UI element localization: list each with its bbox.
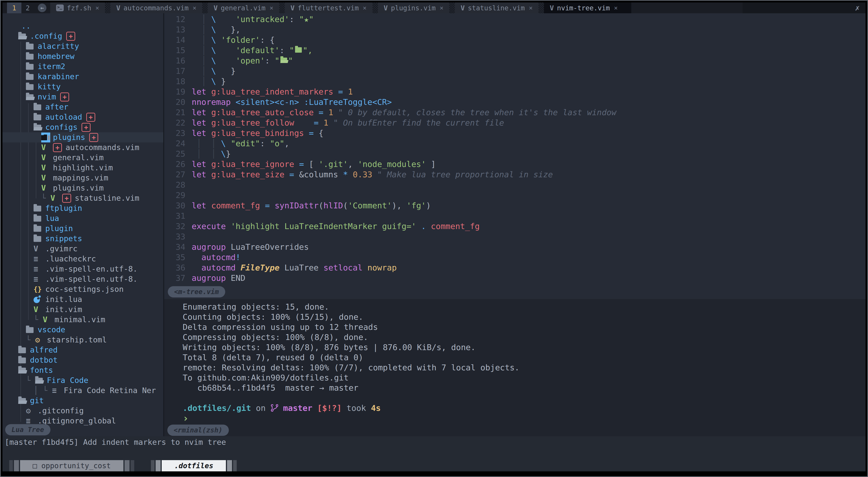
tree-item-plugins[interactable]: plugins+ <box>2 132 163 142</box>
tree-item-lua[interactable]: lua <box>2 213 163 224</box>
line-number: 23 <box>164 128 192 138</box>
tree-item-.gitconfig[interactable]: ⚙.gitconfig <box>2 406 163 416</box>
tabpage-1[interactable]: 1 <box>7 2 21 13</box>
terminal-pane[interactable]: Enumerating objects: 15, done.Counting o… <box>164 299 866 436</box>
tree-item-label: configs <box>45 122 78 132</box>
code-segment <box>323 108 329 117</box>
tree-item-fonts[interactable]: fonts <box>2 365 163 375</box>
tree-item-general.vim[interactable]: Vgeneral.vim <box>2 152 163 163</box>
editor-line[interactable]: 13 │ \ }, <box>164 25 866 35</box>
tab-fluttertest.vim[interactable]: Vfluttertest.vim× <box>285 2 373 13</box>
tree-item-.luacheckrc[interactable]: ≡.luacheckrc <box>2 254 163 264</box>
tab-general.vim[interactable]: Vgeneral.vim× <box>208 2 279 13</box>
editor-line[interactable]: 21let g:lua_tree_auto_close = 1 " 0 by d… <box>164 107 866 118</box>
tree-item-dotbot[interactable]: dotbot <box>2 355 163 365</box>
tree-item-.vim-spell-en.utf-8.[interactable]: ≡.vim-spell-en.utf-8. <box>2 274 163 284</box>
left-arrow-icon: ← <box>38 4 46 12</box>
tab-close-icon[interactable]: × <box>440 4 443 12</box>
tree-item-homebrew[interactable]: homebrew <box>2 51 163 61</box>
editor-line[interactable]: 37augroup END <box>164 273 866 283</box>
editor-line[interactable]: 27let g:lua_tree_size = &columns * 0.33 … <box>164 169 866 180</box>
tree-item-git[interactable]: git <box>2 396 163 406</box>
tree-item-.gvimrc[interactable]: V.gvimrc <box>2 244 163 254</box>
tmux-session-.dotfiles[interactable]: .dotfiles <box>151 460 237 471</box>
tree-item-Fira Code Retina Ner[interactable]: │ └ ≡Fira Code Retina Ner <box>2 385 163 396</box>
editor-line[interactable]: 29 <box>164 190 866 201</box>
tab-close-icon[interactable]: × <box>95 4 99 12</box>
tree-item-starship.toml[interactable]: └ ⚙starship.toml <box>2 335 163 345</box>
prompt-cursor[interactable]: › <box>183 413 866 423</box>
editor-line[interactable]: 23let g:lua_tree_bindings = { <box>164 128 866 138</box>
editor-line[interactable]: 20nnoremap <silent><c-n> :LuaTreeToggle<… <box>164 97 866 107</box>
tree-item-label: .gitconfig <box>38 406 84 416</box>
tree-item-nvim[interactable]: nvim+ <box>2 92 163 102</box>
editor-line[interactable]: 31 <box>164 211 866 221</box>
tabpage-2[interactable]: 2 <box>21 2 34 13</box>
back-circle-button[interactable]: ← <box>34 2 50 13</box>
editor-line[interactable]: 24 │ │ \ "edit": "o", <box>164 138 866 149</box>
editor-line[interactable]: 16 │ \ 'open': "" <box>164 56 866 66</box>
editor-line[interactable]: 17 │ \ } <box>164 66 866 76</box>
code-segment <box>206 118 211 127</box>
tree-item-init.lua[interactable]: init.lua <box>2 294 163 304</box>
tree-item-configs[interactable]: configs+ <box>2 122 163 132</box>
editor-line[interactable]: 25 │ │ \} <box>164 149 866 159</box>
tab-close-icon[interactable]: × <box>529 4 533 12</box>
tree-item-statusline.vim[interactable]: └ V+statusline.vim <box>2 193 163 203</box>
tree-item-plugins.vim[interactable]: Vplugins.vim <box>2 183 163 193</box>
tree-item-init.vim[interactable]: Vinit.vim <box>2 304 163 314</box>
tree-item-ftplugin[interactable]: ftplugin <box>2 203 163 213</box>
tab-close-icon[interactable]: × <box>192 4 196 12</box>
editor-line[interactable]: 36 autocmd FileType LuaTree setlocal now… <box>164 263 866 273</box>
editor-pane[interactable]: 12 │ \ 'untracked': "★"13 │ \ },14 │ \ '… <box>164 13 866 285</box>
editor-line[interactable]: 22let g:lua_tree_follow = 1 " On bufEnte… <box>164 118 866 128</box>
tree-item-alacritty[interactable]: alacritty <box>2 41 163 51</box>
tree-item-iterm2[interactable]: iterm2 <box>2 61 163 72</box>
tree-item-kitty[interactable]: kitty <box>2 82 163 92</box>
tree-item-minimal.vim[interactable]: └ Vminimal.vim <box>2 314 163 325</box>
code-segment: autocmd <box>202 263 236 272</box>
tree-item-autoload[interactable]: autoload+ <box>2 112 163 122</box>
editor-line[interactable]: 32execute 'highlight LuaTreeIndentMarker… <box>164 221 866 232</box>
tab-close-icon[interactable]: × <box>614 4 618 12</box>
tree-item-..[interactable]: .. <box>2 21 163 31</box>
tree-item-alfred[interactable]: alfred <box>2 345 163 355</box>
tree-item-autocommands.vim[interactable]: V+autocommands.vim <box>2 142 163 152</box>
editor-line[interactable]: 33 <box>164 232 866 242</box>
line-code: nnoremap <silent><c-n> :LuaTreeToggle<CR… <box>192 97 392 107</box>
tree-item-highlight.vim[interactable]: Vhighlight.vim <box>2 163 163 173</box>
editor-line[interactable]: 19let g:lua_tree_indent_markers = 1 <box>164 87 866 97</box>
tree-item-Fira Code[interactable]: └ Fira Code <box>2 375 163 385</box>
tree-item-snippets[interactable]: snippets <box>2 234 163 244</box>
tree-item-after[interactable]: after <box>2 102 163 112</box>
tree-item-karabiner[interactable]: karabiner <box>2 72 163 82</box>
editor-line[interactable]: 30let comment_fg = synIDattr(hlID('Comme… <box>164 201 866 211</box>
editor-line[interactable]: 18 │ \ } <box>164 76 866 87</box>
vim-message-line: [master f1bd4f5] Add indent markers to n… <box>2 436 866 448</box>
tab-close-icon[interactable]: × <box>363 4 367 12</box>
tab-autocommands.vim[interactable]: Vautocommands.vim× <box>111 2 202 13</box>
code-segment: │ <box>202 56 206 65</box>
editor-line[interactable]: 12 │ \ 'untracked': "★" <box>164 14 866 25</box>
tab-nvim-tree.vim[interactable]: Vnvim-tree.vim× <box>544 2 631 13</box>
close-all-button[interactable]: ✗ <box>743 2 866 13</box>
tab-statusline.vim[interactable]: Vstatusline.vim× <box>455 2 538 13</box>
editor-line[interactable]: 14 │ \ 'folder': { <box>164 35 866 45</box>
tab-fzf.sh[interactable]: fzf.sh× <box>50 2 105 13</box>
tree-item-plugin[interactable]: plugin <box>2 224 163 234</box>
main-column: 12 │ \ 'untracked': "★"13 │ \ },14 │ \ '… <box>164 13 866 436</box>
editor-line[interactable]: 28 <box>164 180 866 190</box>
editor-line[interactable]: 26let g:lua_tree_ignore = [ '.git', 'nod… <box>164 159 866 169</box>
tab-close-icon[interactable]: × <box>270 4 273 12</box>
code-segment <box>192 14 202 24</box>
editor-line[interactable]: 15 │ \ 'default': "", <box>164 45 866 56</box>
tree-item-coc-settings.json[interactable]: {}coc-settings.json <box>2 284 163 294</box>
tree-item-mappings.vim[interactable]: Vmappings.vim <box>2 173 163 183</box>
tree-item-vscode[interactable]: vscode <box>2 325 163 335</box>
tmux-session-opportunity_cost[interactable]: □ opportunity_cost <box>9 460 134 471</box>
editor-line[interactable]: 34augroup LuaTreeOverrides <box>164 242 866 252</box>
tree-item-.config[interactable]: .config+ <box>2 31 163 41</box>
tree-item-.vim-spell-en.utf-8.[interactable]: ≡.vim-spell-en.utf-8. <box>2 264 163 274</box>
editor-line[interactable]: 35 autocmd! <box>164 252 866 263</box>
tab-plugins.vim[interactable]: Vplugins.vim× <box>378 2 450 13</box>
